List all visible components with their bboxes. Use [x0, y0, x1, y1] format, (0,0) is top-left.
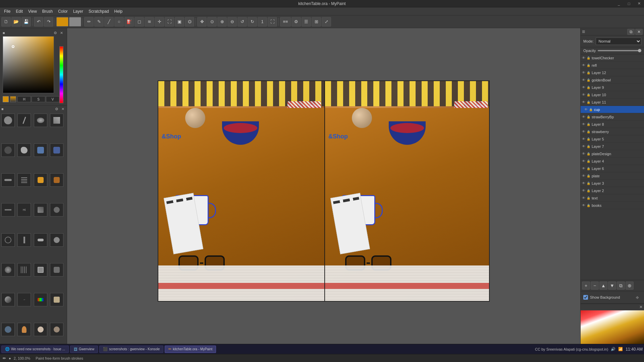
layer-item-layer9[interactable]: 👁 🔒 Layer 9 — [581, 84, 644, 91]
menu-color[interactable]: Color — [55, 8, 70, 14]
menu-view[interactable]: View — [25, 8, 40, 14]
layer-vis-icon[interactable]: 👁 — [582, 137, 585, 141]
zoom-out[interactable]: ⊖ — [227, 17, 237, 26]
layer-item-strawberryBp[interactable]: 👁 🔒 strawBerryBp — [581, 113, 644, 121]
layer-vis-icon[interactable]: 👁 — [582, 174, 585, 178]
current-color-display[interactable] — [3, 96, 9, 102]
brush-item[interactable] — [50, 293, 63, 306]
layer-vis-icon[interactable]: 👁 — [582, 144, 585, 148]
color-settings-icon[interactable]: ⚙ — [53, 30, 58, 36]
extra-panel-2[interactable]: ⚙ — [291, 17, 301, 26]
pan-tool[interactable]: ✥ — [197, 17, 207, 26]
export-button[interactable]: ⎆ — [633, 293, 641, 301]
extra-panel-3[interactable]: ☰ — [302, 17, 311, 26]
move-tool[interactable]: ✛ — [155, 17, 164, 26]
layer-item-layer2[interactable]: 👁 🔒 Layer 2 — [581, 187, 644, 194]
layer-item-refl[interactable]: 👁 🔒 refl — [581, 62, 644, 69]
audio-icon[interactable]: 🔊 — [611, 347, 615, 351]
layer-item-layer6[interactable]: 👁 🔒 Layer 6 — [581, 165, 644, 172]
layer-vis-icon[interactable]: 👁 — [582, 71, 585, 74]
brush-item[interactable]: Hi — [17, 203, 31, 217]
menu-file[interactable]: File — [1, 8, 13, 14]
layer-vis-icon[interactable]: 👁 — [582, 78, 585, 82]
taskbar-item-mypaint[interactable]: ✏ kitchenTable.ora - MyPaint — [165, 346, 216, 353]
hamburger-icon[interactable]: ≡ — [582, 29, 585, 35]
menu-edit[interactable]: Edit — [13, 8, 25, 14]
layer-vis-icon[interactable]: 👁 — [582, 203, 585, 207]
color-close-icon[interactable]: ✕ — [59, 30, 64, 36]
layer-vis-icon[interactable]: 👁 — [582, 56, 585, 60]
brush-item[interactable] — [17, 323, 31, 336]
rotate-right[interactable]: ↻ — [248, 17, 257, 26]
pencil-tool[interactable]: ✎ — [94, 17, 104, 26]
layer-vis-icon[interactable]: 👁 — [582, 122, 585, 126]
brush-item[interactable] — [50, 263, 63, 277]
brush-item[interactable] — [50, 233, 63, 247]
brush-item[interactable] — [1, 323, 15, 336]
crop-tool[interactable]: ⛶ — [165, 17, 174, 26]
minimize-button[interactable]: _ — [614, 0, 624, 7]
extra-panel-5[interactable]: ⤢ — [322, 17, 331, 26]
layer-item-layer8[interactable]: 👁 🔒 Layer 8 — [581, 121, 644, 128]
layer-vis-icon[interactable]: 👁 — [582, 152, 585, 156]
layer-item-books[interactable]: 👁 🔒 books — [581, 202, 644, 209]
layer-item-text[interactable]: 👁 🔒 text — [581, 194, 644, 202]
layer-vis-icon[interactable]: 👁 — [582, 85, 585, 89]
layer-vis-icon[interactable]: 👁 — [582, 196, 585, 200]
brush-item[interactable] — [50, 323, 63, 336]
add-layer-button[interactable]: + — [582, 282, 590, 290]
layer-vis-icon[interactable]: 👁 — [582, 159, 585, 163]
reset-view[interactable]: 1 — [258, 17, 267, 26]
brush-item[interactable] — [1, 263, 15, 277]
brush-close-icon[interactable]: ✕ — [60, 106, 65, 112]
brush-tool[interactable]: ✏ — [84, 17, 94, 26]
brush-item[interactable] — [17, 263, 31, 277]
taskbar-item-gwenview[interactable]: 🖼 Gwenview — [70, 346, 98, 353]
undo-button[interactable]: ↶ — [34, 17, 43, 26]
layer-item-cup[interactable]: 👁 🔒 cup — [581, 106, 644, 113]
mode-select[interactable]: Normal — [596, 38, 641, 45]
brush-item[interactable] — [1, 293, 15, 306]
foreground-color-swatch[interactable] — [56, 17, 68, 26]
brush-item[interactable] — [34, 203, 47, 217]
brush-item[interactable] — [34, 114, 47, 127]
brush-item[interactable] — [34, 293, 47, 306]
brush-item[interactable] — [50, 114, 63, 127]
smudge-tool[interactable]: ≋ — [145, 17, 154, 26]
extra-panel-4[interactable]: ⊞ — [312, 17, 321, 26]
layer-vis-icon[interactable]: 👁 — [582, 181, 585, 185]
butterfly-tool[interactable]: ⏣ — [185, 17, 194, 26]
layer-vis-icon[interactable]: 👁 — [582, 115, 585, 119]
menu-scratchpad[interactable]: Scratchpad — [86, 8, 112, 14]
layer-item-towelchecker[interactable]: 👁 🔒 towelChecker — [581, 54, 644, 62]
menu-layer[interactable]: Layer — [70, 8, 86, 14]
layer-vis-icon[interactable]: 👁 — [582, 63, 585, 67]
layer-item-layer11[interactable]: 👁 🔒 Layer 11 — [581, 99, 644, 106]
layer-vis-icon[interactable]: 👁 — [582, 100, 585, 104]
canvas-area[interactable]: &Shop — [67, 28, 580, 354]
background-color-swatch[interactable] — [69, 17, 81, 26]
layer-vis-icon[interactable]: 👁 — [582, 93, 585, 97]
taskbar-item-konsole[interactable]: ⬛ screenshots : gwenview - Konsole — [99, 346, 163, 353]
layer-vis-icon[interactable]: 👁 — [582, 189, 585, 192]
brush-item[interactable] — [17, 233, 31, 247]
line-tool[interactable]: ╱ — [104, 17, 114, 26]
redo-button[interactable]: ↷ — [44, 17, 53, 26]
brush-item[interactable] — [50, 173, 63, 187]
layer-item-layer12[interactable]: 👁 🔒 Layer 12 — [581, 69, 644, 76]
brush-item[interactable] — [34, 323, 47, 336]
save-button[interactable]: 💾 — [21, 17, 31, 26]
brush-item[interactable] — [34, 263, 47, 277]
extra-panel-1[interactable]: ≡≡ — [280, 17, 291, 26]
layer-item-plateDesign[interactable]: 👁 🔒 plateDesign — [581, 150, 644, 158]
brush-item[interactable] — [1, 233, 15, 247]
open-button[interactable]: 📂 — [11, 17, 21, 26]
brush-item[interactable] — [34, 143, 47, 157]
panel-close-button[interactable]: ✕ — [635, 29, 643, 35]
select-tool[interactable]: ▣ — [175, 17, 184, 26]
zoom-in[interactable]: ⊕ — [217, 17, 227, 26]
brush-item[interactable] — [50, 143, 63, 157]
brush-item[interactable] — [1, 114, 15, 127]
maximize-button[interactable]: □ — [624, 0, 634, 7]
move-layer-up-button[interactable]: ▲ — [599, 282, 607, 290]
